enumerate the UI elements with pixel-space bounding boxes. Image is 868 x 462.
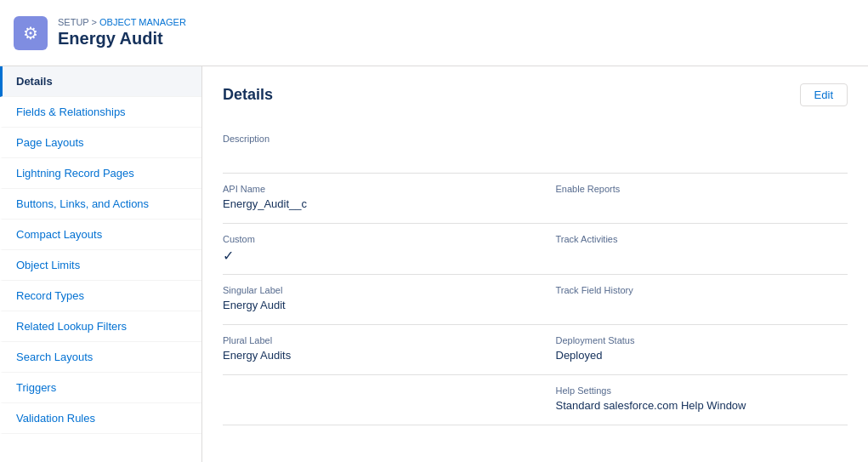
plural-label-field-group: Plural Label Energy Audits — [223, 325, 536, 375]
description-field-group: Description — [223, 123, 848, 174]
api-name-value: Energy_Audit__c — [223, 197, 515, 213]
content-header: Details Edit — [223, 83, 848, 106]
plural-label-value: Energy Audits — [223, 349, 515, 364]
description-value — [223, 147, 848, 163]
help-settings-field-group: Help Settings Standard salesforce.com He… — [536, 375, 848, 425]
plural-label-label: Plural Label — [223, 335, 515, 345]
api-name-label: API Name — [223, 184, 515, 194]
deployment-status-field-group: Deployment Status Deployed — [536, 325, 848, 375]
breadcrumb-object-manager[interactable]: OBJECT MANAGER — [99, 17, 186, 27]
enable-reports-value — [556, 197, 848, 213]
singular-label-value: Energy Audit — [223, 299, 515, 314]
singular-label-field-group: Singular Label Energy Audit — [223, 275, 536, 325]
custom-label: Custom — [223, 234, 515, 244]
track-activities-field-group: Track Activities — [536, 224, 848, 275]
breadcrumb-separator: > — [92, 17, 99, 27]
sidebar: Details Fields & Relationships Page Layo… — [0, 66, 202, 462]
main-layout: Details Fields & Relationships Page Layo… — [0, 66, 868, 462]
sidebar-item-validation-rules[interactable]: Validation Rules — [0, 403, 201, 434]
sidebar-item-record-types[interactable]: Record Types — [0, 281, 201, 311]
deployment-status-value: Deployed — [556, 349, 848, 364]
empty-field-group — [223, 375, 536, 425]
description-label: Description — [223, 134, 848, 144]
sidebar-item-details[interactable]: Details — [0, 66, 201, 97]
track-field-history-label: Track Field History — [556, 285, 848, 295]
breadcrumb-setup: SETUP — [58, 17, 88, 27]
sidebar-item-fields-relationships[interactable]: Fields & Relationships — [0, 97, 201, 128]
deployment-status-label: Deployment Status — [556, 335, 848, 345]
sidebar-item-compact-layouts[interactable]: Compact Layouts — [0, 220, 201, 250]
sidebar-item-search-layouts[interactable]: Search Layouts — [0, 342, 201, 373]
breadcrumb: SETUP > OBJECT MANAGER — [58, 17, 186, 27]
content-title: Details — [223, 86, 273, 104]
sidebar-item-object-limits[interactable]: Object Limits — [0, 250, 201, 281]
track-activities-value — [556, 248, 848, 263]
details-grid: Description API Name Energy_Audit__c Ena… — [223, 123, 848, 425]
custom-value: ✓ — [223, 248, 515, 264]
api-name-field-group: API Name Energy_Audit__c — [223, 174, 536, 224]
track-field-history-field-group: Track Field History — [536, 275, 848, 325]
sidebar-item-triggers[interactable]: Triggers — [0, 373, 201, 403]
track-activities-label: Track Activities — [556, 234, 848, 244]
singular-label-label: Singular Label — [223, 285, 515, 295]
page-title: Energy Audit — [58, 29, 186, 48]
object-icon: ⚙ — [14, 16, 48, 50]
page-header: ⚙ SETUP > OBJECT MANAGER Energy Audit — [0, 0, 868, 66]
custom-field-group: Custom ✓ — [223, 224, 536, 275]
sidebar-item-related-lookup-filters[interactable]: Related Lookup Filters — [0, 311, 201, 342]
help-settings-label: Help Settings — [556, 385, 848, 396]
enable-reports-label: Enable Reports — [556, 184, 848, 194]
help-settings-value: Standard salesforce.com Help Window — [556, 399, 848, 414]
sidebar-item-lightning-record-pages[interactable]: Lightning Record Pages — [0, 158, 201, 189]
sidebar-item-page-layouts[interactable]: Page Layouts — [0, 128, 201, 158]
track-field-history-value — [556, 299, 848, 314]
sidebar-item-buttons-links-actions[interactable]: Buttons, Links, and Actions — [0, 189, 201, 220]
header-text: SETUP > OBJECT MANAGER Energy Audit — [58, 17, 186, 48]
enable-reports-field-group: Enable Reports — [536, 174, 848, 224]
content-area: Details Edit Description API Name Energy… — [202, 66, 868, 462]
edit-button[interactable]: Edit — [800, 83, 848, 106]
